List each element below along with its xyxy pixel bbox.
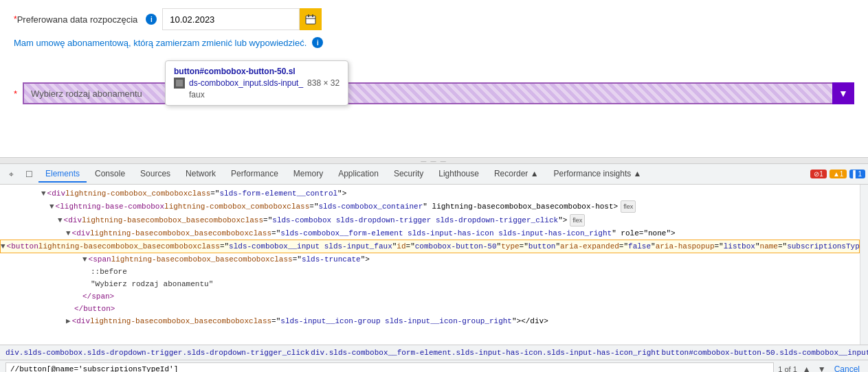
tooltip-element-row: ds-combobox_input.slds-input_ 838 × 32: [174, 78, 340, 89]
devtools-drag-handle[interactable]: — — —: [0, 158, 868, 163]
info-badge: ▌1: [849, 170, 865, 178]
date-info-icon[interactable]: i: [146, 14, 157, 25]
breadcrumb-part-1[interactable]: div.slds-combobox.slds-dropdown-trigger.…: [5, 349, 309, 357]
devtools-panel: ⌖ ☐ Elements Console Sources Network Per…: [0, 163, 868, 372]
tab-console[interactable]: Console: [88, 166, 132, 183]
subscription-link[interactable]: Mam umowę abonamentową, którą zamierzam …: [14, 37, 854, 48]
chevron-4[interactable]: ▼: [66, 228, 71, 239]
tab-sources[interactable]: Sources: [133, 166, 177, 183]
calendar-button[interactable]: [300, 8, 322, 30]
xml-line-6[interactable]: ▼ <span lightning-basecombobox_basecombo…: [0, 253, 860, 266]
tab-security[interactable]: Security: [387, 166, 430, 183]
xml-line-4[interactable]: ▼ <div lightning-basecombobox_basecombob…: [0, 227, 860, 240]
tooltip-icon: [174, 78, 185, 89]
chevron-6[interactable]: ▼: [82, 254, 87, 265]
tab-right-badges: ⊘1 ▲1 ▌1: [810, 170, 865, 178]
warning-badge: ▲1: [830, 170, 847, 178]
devtools-search-bar: 1 of 1 ▲ ▼ Cancel: [0, 360, 868, 372]
xml-line-11[interactable]: ▶ <div lightning-basecombobox_basecombob…: [0, 315, 860, 327]
tab-performance-insights[interactable]: Performance insights ▲: [547, 166, 649, 183]
breadcrumb-part-3[interactable]: button#combobox-button-50.slds-combobox_…: [662, 349, 868, 357]
scrollbar[interactable]: [860, 185, 868, 345]
search-count: 1 of 1: [778, 365, 797, 373]
tab-recorder[interactable]: Recorder ▲: [487, 166, 546, 183]
subscription-info-icon[interactable]: i: [312, 37, 323, 48]
flex-badge-2: flex: [570, 214, 585, 226]
chevron-11[interactable]: ▶: [66, 316, 71, 327]
xml-line-10[interactable]: </button>: [0, 303, 860, 315]
xml-line-3[interactable]: ▼ <div lightning-basecombobox_basecombob…: [0, 213, 860, 227]
tab-network[interactable]: Network: [179, 166, 223, 183]
tab-lighthouse[interactable]: Lighthouse: [432, 166, 486, 183]
devtools-tab-bar: ⌖ ☐ Elements Console Sources Network Per…: [0, 164, 868, 185]
select-row: * Wybierz rodzaj abonamentu ▼: [14, 82, 854, 104]
chevron-2[interactable]: ▼: [49, 201, 54, 212]
search-next-button[interactable]: ▼: [816, 364, 827, 373]
elements-panel[interactable]: ▼ <div lightning-combobox_combobox class…: [0, 185, 860, 345]
chevron-3[interactable]: ▼: [58, 215, 63, 226]
tooltip-faux: faux: [174, 90, 340, 100]
xml-line-2[interactable]: ▼ <lightning-base-combobox lightning-com…: [0, 200, 860, 213]
breadcrumb-bar: div.slds-combobox.slds-dropdown-trigger.…: [0, 345, 868, 360]
tab-memory[interactable]: Memory: [287, 166, 330, 183]
flex-badge-1: flex: [621, 200, 636, 213]
tooltip-icon-inner: [176, 80, 183, 86]
subscription-type-container: Wybierz rodzaj abonamentu ▼: [23, 82, 854, 104]
breadcrumb-part-2[interactable]: div.slds-combobox__form-element.slds-inp…: [311, 349, 660, 357]
subscription-select[interactable]: Wybierz rodzaj abonamentu: [23, 82, 854, 104]
tab-elements[interactable]: Elements: [38, 166, 87, 183]
calendar-icon: [305, 14, 316, 25]
tooltip-popup: button#combobox-button-50.sl ds-combobox…: [165, 60, 348, 106]
search-prev-button[interactable]: ▲: [801, 364, 812, 373]
tooltip-button-label: button#combobox-button-50.sl: [174, 67, 340, 76]
svg-rect-0: [306, 16, 315, 24]
error-badge: ⊘1: [810, 170, 827, 178]
search-cancel-button[interactable]: Cancel: [832, 364, 863, 373]
chevron-5[interactable]: ▼: [1, 241, 5, 252]
drag-dots: — — —: [421, 158, 447, 164]
date-row: * Preferowana data rozpoczęcia i: [14, 8, 854, 30]
select-required-star: *: [14, 89, 17, 99]
date-label: Preferowana data rozpoczęcia: [17, 14, 138, 25]
chevron-1[interactable]: ▼: [41, 188, 46, 199]
devtools-body: ▼ <div lightning-combobox_combobox class…: [0, 185, 868, 345]
tooltip-element-detail: ds-combobox_input.slds-input_: [189, 78, 303, 88]
xml-line-1[interactable]: ▼ <div lightning-combobox_combobox class…: [0, 187, 860, 200]
xml-line-7[interactable]: ::before: [0, 266, 860, 278]
subscription-link-row: Mam umowę abonamentową, którą zamierzam …: [14, 37, 854, 48]
xml-line-8[interactable]: "Wybierz rodzaj abonamentu": [0, 278, 860, 290]
search-input[interactable]: [5, 362, 774, 373]
tooltip-size: 838 × 32: [307, 78, 340, 88]
tab-performance[interactable]: Performance: [224, 166, 285, 183]
date-input[interactable]: [162, 8, 300, 30]
tab-application[interactable]: Application: [331, 166, 386, 183]
xml-line-5[interactable]: ▼ <button lightning-basecombobox_basecom…: [0, 240, 860, 253]
xml-line-9[interactable]: </span>: [0, 290, 860, 303]
form-area: * Preferowana data rozpoczęcia i Mam umo…: [0, 0, 868, 158]
cursor-icon[interactable]: ⌖: [3, 166, 19, 183]
device-icon[interactable]: ☐: [21, 166, 37, 183]
